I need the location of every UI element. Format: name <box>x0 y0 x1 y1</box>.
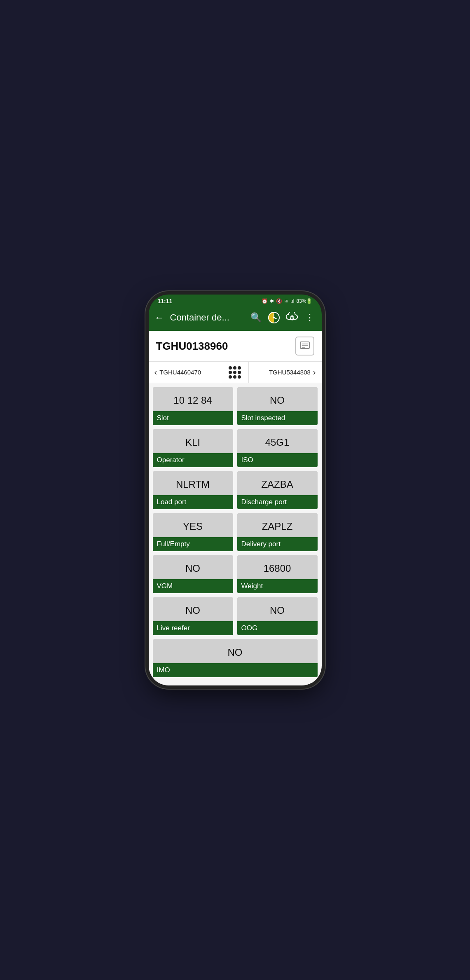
bluetooth-icon: ✱ <box>270 298 274 304</box>
cell-label-3: ISO <box>237 453 318 467</box>
cell-value-4: NLRTM <box>153 471 233 495</box>
data-cell-imo: NOIMO <box>153 639 318 677</box>
grid-dots-icon <box>229 366 241 379</box>
cell-label-12: IMO <box>153 663 318 677</box>
cell-label-10: Live reefer <box>153 621 233 635</box>
battery-icon: 83%🔋 <box>296 298 312 304</box>
cell-value-7: ZAPLZ <box>237 513 318 537</box>
cell-label-5: Discharge port <box>237 495 318 509</box>
status-time: 11:11 <box>158 298 173 304</box>
cell-value-3: 45G1 <box>237 429 318 453</box>
cell-label-7: Delivery port <box>237 537 318 551</box>
data-cell-iso: 45G1ISO <box>237 429 318 467</box>
data-cell-delivery-port: ZAPLZDelivery port <box>237 513 318 551</box>
cell-label-11: OOG <box>237 621 318 635</box>
cell-value-10: NO <box>153 597 233 621</box>
data-cell-load-port: NLRTMLoad port <box>153 471 233 509</box>
data-cell-operator: KLIOperator <box>153 429 233 467</box>
data-grid: 10 12 84SlotNOSlot inspectedKLIOperator4… <box>149 383 322 677</box>
svg-point-3 <box>273 317 275 318</box>
back-button[interactable]: ← <box>154 312 164 323</box>
clock-button[interactable] <box>267 311 281 324</box>
signal-icon: .ıl <box>290 298 294 304</box>
toolbar: ← Container de... 🔍 ⋮ <box>149 307 322 331</box>
cell-value-2: KLI <box>153 429 233 453</box>
cell-value-9: 16800 <box>237 555 318 579</box>
cell-label-9: Weight <box>237 579 318 593</box>
cell-label-4: Load port <box>153 495 233 509</box>
next-arrow-icon: › <box>313 367 316 377</box>
cell-value-5: ZAZBA <box>237 471 318 495</box>
cloud-button[interactable] <box>285 310 299 325</box>
cell-label-0: Slot <box>153 411 233 425</box>
data-cell-slot: 10 12 84Slot <box>153 387 233 425</box>
cell-value-8: NO <box>153 555 233 579</box>
cell-label-2: Operator <box>153 453 233 467</box>
cell-label-6: Full/Empty <box>153 537 233 551</box>
data-cell-weight: 16800Weight <box>237 555 318 593</box>
navigation-row: ‹ TGHU4460470 TGHU5344808 › <box>149 362 322 383</box>
data-cell-full-empty: YESFull/Empty <box>153 513 233 551</box>
data-cell-discharge-port: ZAZBADischarge port <box>237 471 318 509</box>
cell-value-6: YES <box>153 513 233 537</box>
data-cell-oog: NOOOG <box>237 597 318 635</box>
prev-arrow-icon: ‹ <box>154 367 157 377</box>
prev-container-button[interactable]: ‹ TGHU4460470 <box>149 362 222 383</box>
cell-value-12: NO <box>153 639 318 663</box>
container-id: TGHU0138960 <box>156 340 228 353</box>
status-bar: 11:11 ⏰ ✱ 🔇 ≋ .ıl 83%🔋 <box>149 295 322 307</box>
cell-value-11: NO <box>237 597 318 621</box>
cell-label-8: VGM <box>153 579 233 593</box>
alarm-icon: ⏰ <box>262 298 268 304</box>
cell-value-0: 10 12 84 <box>153 387 233 411</box>
data-cell-live-reefer: NOLive reefer <box>153 597 233 635</box>
mute-icon: 🔇 <box>276 298 282 304</box>
content-area: TGHU0138960 ‹ TGHU4460470 <box>149 331 322 685</box>
data-cell-vgm: NOVGM <box>153 555 233 593</box>
status-icons: ⏰ ✱ 🔇 ≋ .ıl 83%🔋 <box>262 298 312 304</box>
toolbar-title: Container de... <box>170 312 245 323</box>
next-container-id: TGHU5344808 <box>269 369 311 376</box>
search-button[interactable]: 🔍 <box>249 311 263 325</box>
phone-frame: 11:11 ⏰ ✱ 🔇 ≋ .ıl 83%🔋 ← Container de...… <box>149 295 322 685</box>
container-header: TGHU0138960 <box>149 331 322 362</box>
cell-value-1: NO <box>237 387 318 411</box>
prev-container-id: TGHU4460470 <box>159 369 201 376</box>
wifi-icon: ≋ <box>284 298 288 304</box>
data-cell-slot-inspected: NOSlot inspected <box>237 387 318 425</box>
grid-view-button[interactable] <box>221 362 249 383</box>
comment-button[interactable] <box>295 337 314 356</box>
more-menu-button[interactable]: ⋮ <box>304 311 316 325</box>
next-container-button[interactable]: TGHU5344808 › <box>249 362 322 383</box>
cell-label-1: Slot inspected <box>237 411 318 425</box>
